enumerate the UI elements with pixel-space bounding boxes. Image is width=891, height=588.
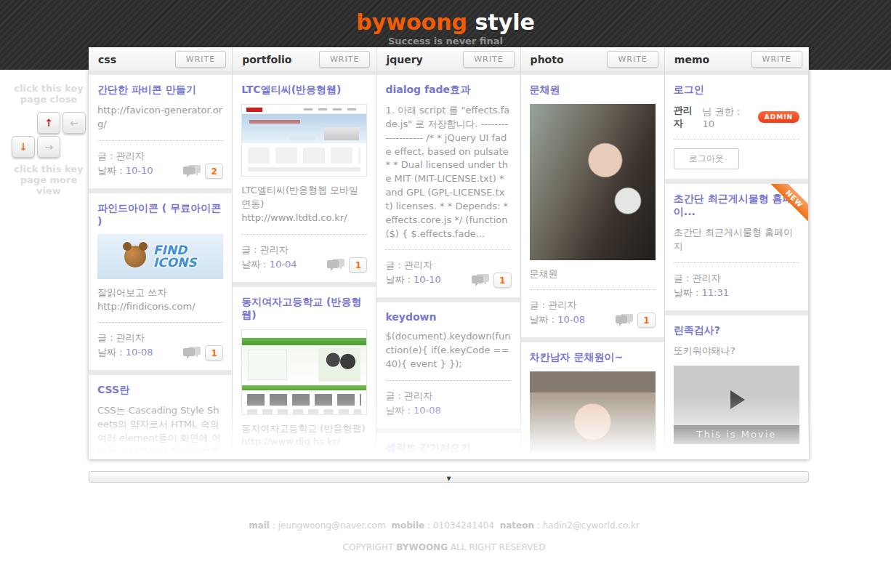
write-button[interactable]: WRITE [175, 51, 226, 68]
admin-badge: ADMIN [758, 111, 799, 123]
post-body: 1. 아래 script 를 "effects.fade.js" 로 저장합니다… [385, 104, 511, 241]
post-meta: 글 : 관리자 날짜 : 11:31 [674, 270, 799, 301]
comment-icon[interactable] [616, 313, 633, 327]
post-card: keydown $(document).keydown(function(e){… [376, 302, 520, 428]
more-view-bar[interactable]: ▼ [89, 471, 809, 483]
post-title[interactable]: 초간단 최근게시물형 홈페이... [674, 193, 799, 219]
post-meta: 글 : 관리자 날짜 : 10-10 2 [97, 148, 223, 179]
post-card: 린족검사? 또키워야돼나? This is Movie content 글 : … [665, 315, 808, 459]
column-portfolio: portfolio WRITE LTC엘티씨(반응형웹) LTC엘티씨(반응형웹… [233, 47, 376, 459]
divider [241, 458, 367, 459]
post-date: 10-08 [414, 405, 441, 416]
column-memo-body: 로그인 관리자님 권한 : 10 ADMIN 로그아웃 NEW 초간단 최근게시… [665, 72, 808, 459]
divider [97, 322, 223, 323]
play-icon[interactable] [730, 390, 745, 409]
column-css: css WRITE 간단한 파비콘 만들기 http://favicon-gen… [89, 47, 233, 459]
post-body: 또키워야돼나? [674, 345, 799, 358]
post-body: $(document).keydown(function(e){ if(e.ke… [385, 330, 511, 371]
page-close-hint: click this keypage close [10, 84, 87, 105]
post-card: CSS란 CSS는 Cascading Style Sheets의 약자로서 H… [89, 375, 232, 459]
page-footer: mail : jeungwoong@naver.com mobile : 010… [0, 519, 891, 554]
comment-icon[interactable] [327, 258, 344, 272]
comment-count-badge[interactable]: 1 [205, 345, 223, 361]
comment-icon[interactable] [183, 164, 201, 178]
brand-secondary: style [475, 9, 534, 35]
djg-site-thumbnail[interactable] [241, 329, 367, 415]
site-logo[interactable]: bywoong style [0, 0, 891, 35]
post-body: http://favicon-generator.org/ [97, 104, 223, 132]
column-memo: memo WRITE 로그인 관리자님 권한 : 10 ADMIN 로그아웃 N… [665, 47, 809, 459]
comment-count-badge[interactable]: 1 [349, 257, 367, 273]
write-button[interactable]: WRITE [751, 51, 802, 68]
arrow-down-key[interactable]: ↓ [12, 136, 35, 158]
movie-player-placeholder[interactable]: This is Movie content [674, 366, 799, 444]
author: 관리자 [260, 244, 289, 255]
arrow-left-key[interactable]: ← [63, 112, 86, 134]
post-title[interactable]: 로그인 [674, 84, 799, 97]
post-title[interactable]: 차칸남자 문채원이~ [530, 351, 656, 364]
column-jquery-header: jquery WRITE [376, 47, 520, 72]
column-title: jquery [386, 54, 422, 65]
post-title[interactable]: 간단한 파비콘 만들기 [97, 84, 223, 97]
comment-count-badge[interactable]: 1 [493, 273, 512, 288]
post-body: LTC엘티씨(반응형웹 모바일연동) http://www.ltdtd.co.k… [241, 184, 367, 225]
column-portfolio-body: LTC엘티씨(반응형웹) LTC엘티씨(반응형웹 모바일연동) http://w… [233, 72, 376, 459]
column-title: portfolio [242, 54, 291, 65]
post-title[interactable]: 문채원 [530, 84, 656, 97]
comment-icon[interactable] [183, 346, 201, 360]
author: 관리자 [548, 299, 576, 310]
column-photo-body: 문채원 문채원 글 : 관리자 날짜 : 10-08 1 [521, 72, 664, 459]
movie-caption: This is Movie content [674, 425, 799, 444]
comment-count-badge[interactable]: 1 [637, 313, 656, 328]
post-card: dialog fade효과 1. 아래 script 를 "effects.fa… [376, 75, 520, 297]
post-title[interactable]: 파인드아이콘 ( 무료아이콘 ) [97, 202, 223, 227]
post-title[interactable]: dialog fade효과 [385, 84, 511, 97]
write-button[interactable]: WRITE [607, 51, 658, 68]
column-memo-header: memo WRITE [665, 47, 808, 72]
divider [241, 234, 367, 235]
brand-primary: bywoong [356, 9, 467, 35]
column-title: memo [674, 54, 709, 65]
arrow-up-key[interactable]: ↑ [37, 112, 60, 134]
write-button[interactable]: WRITE [463, 51, 514, 68]
post-title[interactable]: 동지여자고등학교 (반응형웹) [241, 296, 367, 322]
post-title[interactable]: LTC엘티씨(반응형웹) [241, 84, 367, 97]
column-title: photo [531, 54, 564, 65]
post-card: 셀릭트 값가져오기 텍스트 $('#select>option:selected… [376, 433, 520, 459]
post-meta: 글 : 관리자 날짜 : 10-04 1 [241, 242, 367, 273]
post-body: 잘읽어보고 쓰자 http://findicons.com/ [97, 286, 223, 314]
logout-button[interactable]: 로그아웃 [674, 148, 739, 169]
post-meta: 글 : 관리자 날짜 : 10-08 [385, 388, 511, 419]
comment-count-badge[interactable]: 2 [205, 164, 223, 179]
post-date: 11:31 [701, 287, 728, 298]
photo-moon-chae-won-signing[interactable] [530, 371, 656, 459]
column-portfolio-header: portfolio WRITE [233, 47, 376, 72]
photo-moon-chae-won[interactable] [530, 104, 656, 260]
arrow-right-key[interactable]: → [37, 136, 60, 158]
divider [674, 139, 799, 140]
post-title[interactable]: 린족검사? [674, 324, 799, 337]
column-title: css [98, 54, 116, 65]
comment-icon[interactable] [472, 273, 489, 287]
admin-name: 관리자 [674, 104, 700, 130]
admin-status: 관리자님 권한 : 10 ADMIN [674, 104, 799, 130]
divider [385, 380, 511, 381]
site-tagline: Success is never final [0, 36, 891, 47]
findicons-thumbnail[interactable]: FIND ICONS [97, 234, 223, 279]
post-title[interactable]: 셀릭트 값가져오기 [385, 442, 511, 455]
write-button[interactable]: WRITE [319, 51, 370, 68]
post-title[interactable]: CSS란 [97, 384, 223, 397]
author: 관리자 [116, 150, 145, 161]
post-card: NEW 초간단 최근게시물형 홈페이... 초간단 최근게시물형 홈페이지 글 … [665, 184, 808, 310]
contact-line: mail : jeungwoong@naver.com mobile : 010… [0, 519, 891, 532]
page-more-hint: click this keypage more view [10, 164, 87, 197]
post-meta: 글 : 관리자 날짜 : 10-08 1 [530, 297, 656, 328]
ltc-site-thumbnail[interactable] [241, 104, 367, 177]
post-card: LTC엘티씨(반응형웹) LTC엘티씨(반응형웹 모바일연동) http://w… [233, 75, 376, 282]
divider [97, 140, 223, 141]
post-card: 간단한 파비콘 만들기 http://favicon-generator.org… [89, 75, 232, 188]
board-panel: css WRITE 간단한 파비콘 만들기 http://favicon-gen… [89, 47, 809, 459]
post-title[interactable]: keydown [385, 311, 511, 323]
author: 관리자 [692, 273, 720, 283]
post-card: 문채원 문채원 글 : 관리자 날짜 : 10-08 1 [521, 75, 664, 337]
